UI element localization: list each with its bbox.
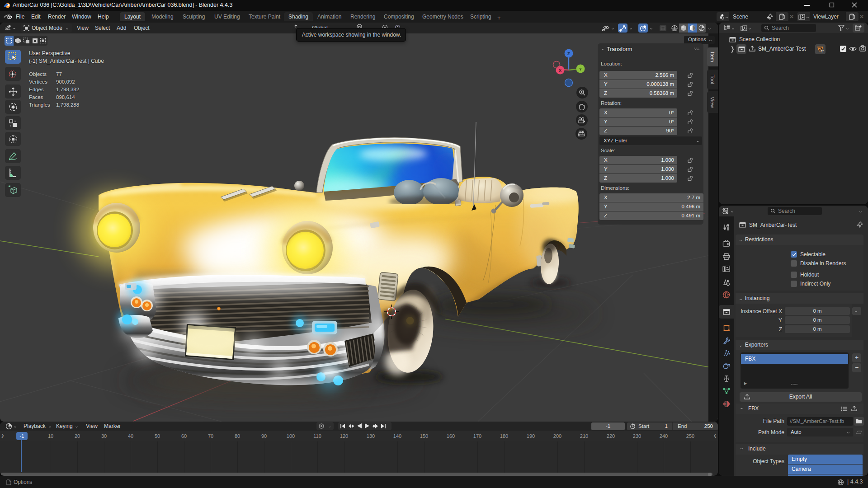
svg-text:Z: Z <box>567 51 570 56</box>
svg-text:Y: Y <box>579 66 582 71</box>
svg-text:X: X <box>559 68 562 73</box>
svg-text:77: 77 <box>821 50 824 53</box>
